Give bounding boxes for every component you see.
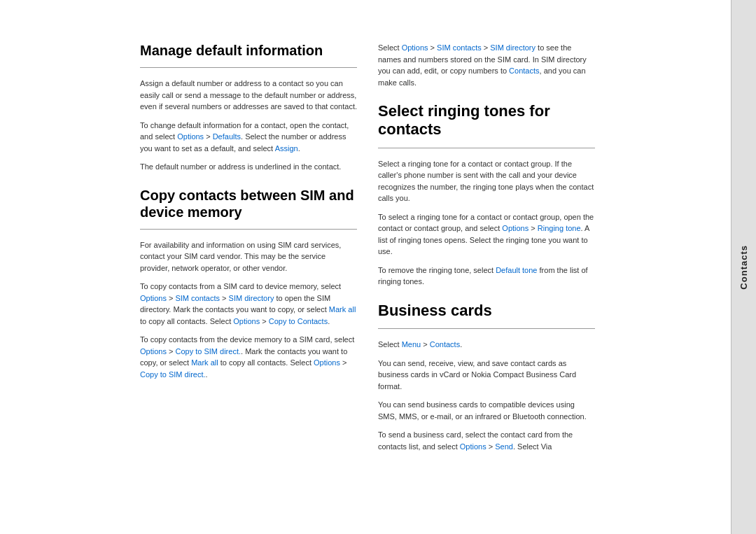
link-options-copy-sim-2[interactable]: Options <box>314 358 340 367</box>
copy-contacts-para1: For availability and information on usin… <box>140 239 357 274</box>
link-options-copy[interactable]: Options <box>233 317 260 325</box>
left-column: Manage default information Assign a defa… <box>140 42 357 506</box>
link-copy-to-sim-2[interactable]: Copy to SIM direct. <box>140 370 206 379</box>
page-container: Manage default information Assign a defa… <box>0 0 756 534</box>
link-sim-directory-right[interactable]: SIM directory <box>490 43 536 52</box>
link-default-tone[interactable]: Default tone <box>496 266 537 274</box>
section-copy-contacts: Copy contacts between SIM and device mem… <box>140 187 357 381</box>
section-ringing-tones: Select ringing tones for contacts Select… <box>378 102 595 288</box>
copy-contacts-para3: To copy contacts from the device memory … <box>140 334 357 380</box>
link-menu[interactable]: Menu <box>402 340 421 349</box>
link-options-sim[interactable]: Options <box>140 294 167 302</box>
link-sim-directory[interactable]: SIM directory <box>229 294 274 302</box>
business-cards-para1: You can send, receive, view, and save co… <box>378 358 595 393</box>
section-title-copy-contacts: Copy contacts between SIM and device mem… <box>140 187 357 220</box>
section-title-business-cards: Business cards <box>378 302 595 320</box>
copy-contacts-para2: To copy contacts from a SIM card to devi… <box>140 281 357 327</box>
right-column: Select Options > SIM contacts > SIM dire… <box>378 42 595 506</box>
manage-default-para3: The default number or address is underli… <box>140 161 357 173</box>
link-options-defaults[interactable]: Options <box>177 132 204 141</box>
business-cards-intro: Select Menu > Contacts. <box>378 339 595 351</box>
link-options-right[interactable]: Options <box>402 43 428 52</box>
link-options-send[interactable]: Options <box>460 442 486 451</box>
main-content: Manage default information Assign a defa… <box>0 0 756 534</box>
link-defaults[interactable]: Defaults <box>213 132 241 141</box>
link-options-copy-sim[interactable]: Options <box>140 347 167 356</box>
section-divider-3 <box>378 148 595 148</box>
link-copy-to-sim-1[interactable]: Copy to SIM direct. <box>175 347 241 356</box>
section-title-manage-default: Manage default information <box>140 42 357 59</box>
section-manage-default: Manage default information Assign a defa… <box>140 42 357 173</box>
sidebar-tab-label: Contacts <box>738 245 749 290</box>
link-ringing-tone[interactable]: Ringing tone <box>538 224 581 232</box>
section-divider-1 <box>140 67 357 68</box>
link-mark-all-1[interactable]: Mark all <box>329 305 356 314</box>
ringing-tones-para1: Select a ringing tone for a contact or c… <box>378 158 595 204</box>
manage-default-para2: To change default information for a cont… <box>140 120 357 155</box>
section-divider-4 <box>378 328 595 329</box>
link-sim-contacts-right[interactable]: SIM contacts <box>437 43 482 52</box>
link-options-ringing[interactable]: Options <box>502 224 528 232</box>
business-cards-para2: You can send business cards to compatibl… <box>378 399 595 422</box>
link-assign[interactable]: Assign <box>275 144 298 153</box>
section-divider-2 <box>140 229 357 230</box>
link-copy-to-contacts[interactable]: Copy to Contacts <box>269 317 328 325</box>
link-mark-all-2[interactable]: Mark all <box>191 358 218 367</box>
ringing-tones-para3: To remove the ringing tone, select Defau… <box>378 265 595 288</box>
link-sim-contacts[interactable]: SIM contacts <box>175 294 220 302</box>
ringing-tones-para2: To select a ringing tone for a contact o… <box>378 211 595 258</box>
sim-directory-intro: Select Options > SIM contacts > SIM dire… <box>378 42 595 88</box>
section-title-ringing-tones: Select ringing tones for contacts <box>378 102 595 139</box>
link-contacts-right[interactable]: Contacts <box>509 66 539 75</box>
business-cards-para3: To send a business card, select the cont… <box>378 429 595 452</box>
manage-default-para1: Assign a default number or address to a … <box>140 78 357 113</box>
link-contacts-menu[interactable]: Contacts <box>430 340 460 349</box>
link-send[interactable]: Send <box>495 442 513 451</box>
section-business-cards: Business cards Select Menu > Contacts. Y… <box>378 302 595 452</box>
